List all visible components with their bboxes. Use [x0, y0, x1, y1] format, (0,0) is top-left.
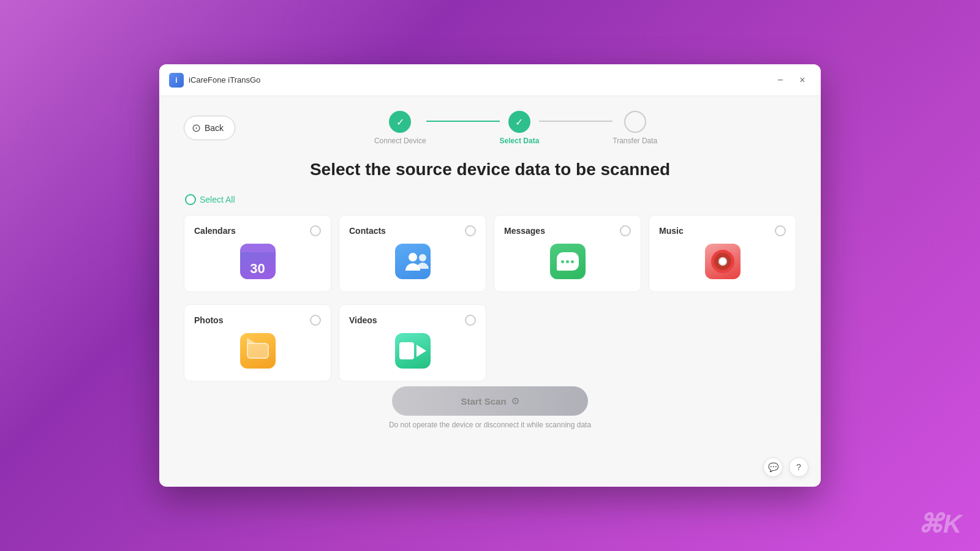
step-circle-select: ✓	[508, 111, 530, 133]
card-contacts-label: Contacts	[349, 226, 386, 236]
card-videos[interactable]: Videos	[339, 304, 486, 381]
card-music-radio[interactable]	[775, 225, 786, 236]
app-title: iCareFone iTransGo	[189, 75, 260, 84]
watermark: ⌘K	[918, 509, 962, 539]
connector-2	[539, 121, 612, 122]
start-scan-button[interactable]: Start Scan ⊙	[392, 386, 588, 416]
back-arrow-icon: ⊙	[192, 121, 201, 135]
top-bar: ⊙ Back ✓ Connect Device ✓ Select Data	[184, 111, 796, 145]
app-window: i iCareFone iTransGo − × ⊙ Back ✓ Connec…	[159, 64, 821, 487]
icon-wrap-contacts	[349, 244, 476, 279]
minimize-button[interactable]: −	[772, 72, 789, 89]
videos-icon	[395, 333, 431, 369]
card-contacts-radio[interactable]	[465, 225, 476, 236]
card-calendars-label: Calendars	[194, 226, 236, 236]
chat-support-button[interactable]: 💬	[763, 457, 783, 477]
data-grid-row1: Calendars 30 Contacts	[184, 215, 796, 292]
card-messages[interactable]: Messages	[494, 215, 641, 292]
photos-icon	[240, 333, 276, 369]
card-photos-label: Photos	[194, 315, 223, 325]
icon-wrap-calendars: 30	[194, 244, 321, 279]
icon-wrap-videos	[349, 333, 476, 369]
card-contacts-header: Contacts	[349, 225, 476, 236]
card-contacts[interactable]: Contacts	[339, 215, 486, 292]
icon-wrap-music	[659, 244, 786, 279]
step-connect: ✓ Connect Device	[374, 111, 426, 145]
card-music[interactable]: Music	[649, 215, 796, 292]
card-photos-radio[interactable]	[310, 315, 321, 326]
card-messages-header: Messages	[504, 225, 631, 236]
step-circle-transfer	[624, 111, 646, 133]
card-calendars-header: Calendars	[194, 225, 321, 236]
calendar-icon: 30	[240, 244, 276, 279]
empty-card-2	[649, 304, 796, 381]
step-select: ✓ Select Data	[500, 111, 540, 145]
empty-card-1	[494, 304, 641, 381]
page-title: Select the source device data to be scan…	[184, 160, 796, 179]
back-button[interactable]: ⊙ Back	[184, 116, 235, 140]
music-disc	[711, 250, 734, 273]
chat-icon: 💬	[768, 462, 778, 472]
help-icon: ?	[796, 462, 801, 472]
select-all-radio[interactable]	[185, 194, 196, 205]
select-all-label[interactable]: Select All	[185, 194, 235, 205]
step-circle-connect: ✓	[389, 111, 411, 133]
video-play	[399, 342, 426, 359]
start-scan-section: Start Scan ⊙ Do not operate the device o…	[184, 386, 796, 429]
card-music-label: Music	[659, 226, 684, 236]
icon-wrap-photos	[194, 333, 321, 369]
stepper: ✓ Connect Device ✓ Select Data	[235, 111, 796, 145]
card-messages-label: Messages	[504, 226, 545, 236]
select-all-row: Select All	[184, 194, 796, 208]
step-label-connect: Connect Device	[374, 137, 426, 145]
titlebar-left: i iCareFone iTransGo	[169, 73, 260, 88]
connector-1	[426, 121, 500, 122]
scan-note: Do not operate the device or disconnect …	[389, 421, 591, 429]
step-transfer: Transfer Data	[612, 111, 657, 145]
help-button[interactable]: ?	[789, 457, 809, 477]
contacts-icon	[395, 244, 431, 279]
card-photos-header: Photos	[194, 315, 321, 326]
card-photos[interactable]: Photos	[184, 304, 331, 381]
music-icon	[705, 244, 741, 279]
titlebar: i iCareFone iTransGo − ×	[159, 64, 821, 96]
main-content: ⊙ Back ✓ Connect Device ✓ Select Data	[159, 96, 821, 487]
titlebar-controls: − ×	[772, 72, 811, 89]
data-grid-row2: Photos Videos	[184, 304, 796, 381]
card-videos-radio[interactable]	[465, 315, 476, 326]
step-container: ✓ Connect Device ✓ Select Data	[374, 111, 657, 145]
scan-spinner-icon: ⊙	[511, 395, 519, 407]
messages-icon	[550, 244, 586, 279]
card-calendars[interactable]: Calendars 30	[184, 215, 331, 292]
message-bubble	[557, 252, 579, 271]
card-music-header: Music	[659, 225, 786, 236]
app-icon: i	[169, 73, 184, 88]
icon-wrap-messages	[504, 244, 631, 279]
step-label-select: Select Data	[500, 137, 540, 145]
step-label-transfer: Transfer Data	[612, 137, 657, 145]
card-calendars-radio[interactable]	[310, 225, 321, 236]
bottom-icons: 💬 ?	[763, 457, 809, 477]
close-button[interactable]: ×	[794, 72, 811, 89]
card-videos-header: Videos	[349, 315, 476, 326]
card-videos-label: Videos	[349, 315, 377, 325]
card-messages-radio[interactable]	[620, 225, 631, 236]
